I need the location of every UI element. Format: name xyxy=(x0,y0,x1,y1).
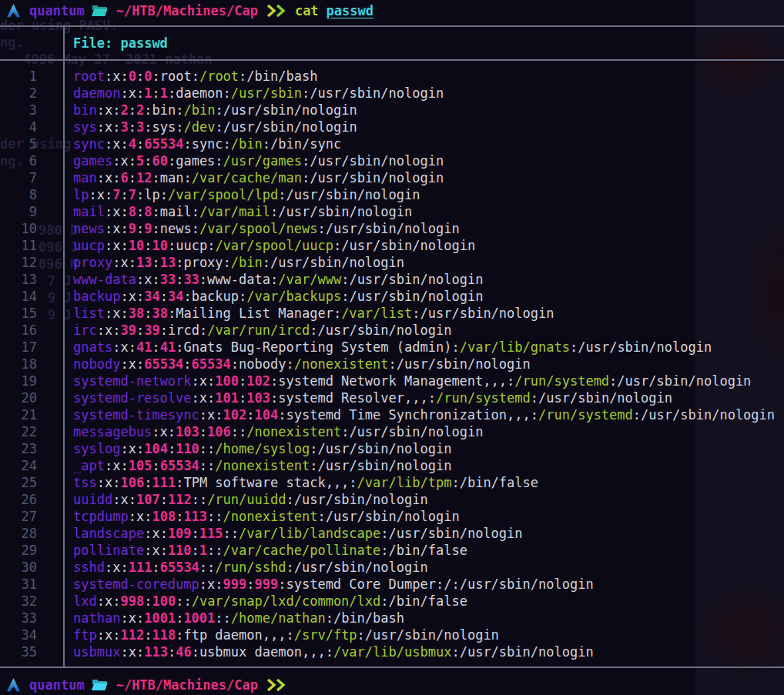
passwd-lines: 1root:x:0:0:root:/root:/bin/bash2daemon:… xyxy=(0,68,775,660)
line-number: 32 xyxy=(0,593,37,610)
passwd-line: 27tcpdump:x:108:113::/nonexistent:/usr/s… xyxy=(0,508,775,525)
passwd-entry: messagebus:x:103:106::/nonexistent:/usr/… xyxy=(73,423,483,440)
command-text: cat xyxy=(295,2,319,19)
line-number: 19 xyxy=(0,373,37,389)
line-number: 28 xyxy=(0,525,37,542)
line-number: 31 xyxy=(0,576,37,593)
passwd-entry: news:x:9:9:news:/var/spool/news:/usr/sbi… xyxy=(73,220,460,237)
passwd-line: 23syslog:x:104:110::/home/syslog:/usr/sb… xyxy=(0,440,775,457)
line-number: 5 xyxy=(0,135,37,152)
passwd-line: 13www-data:x:33:33:www-data:/var/www:/us… xyxy=(0,271,775,288)
line-number: 4 xyxy=(0,119,37,135)
passwd-entry: bin:x:2:2:bin:/bin:/usr/sbin/nologin xyxy=(73,102,357,119)
passwd-line: 2daemon:x:1:1:daemon:/usr/sbin:/usr/sbin… xyxy=(0,85,775,102)
passwd-entry: nobody:x:65534:65534:nobody:/nonexistent… xyxy=(73,356,531,373)
passwd-entry: man:x:6:12:man:/var/cache/man:/usr/sbin/… xyxy=(73,169,444,186)
passwd-entry: backup:x:34:34:backup:/var/backups:/usr/… xyxy=(73,288,483,305)
passwd-entry: sync:x:4:65534:sync:/bin:/bin/sync xyxy=(73,135,341,152)
passwd-entry: irc:x:39:39:ircd:/var/run/ircd:/usr/sbin… xyxy=(73,322,451,339)
passwd-entry: nathan:x:1001:1001::/home/nathan:/bin/ba… xyxy=(73,610,404,627)
passwd-entry: systemd-timesync:x:102:104:systemd Time … xyxy=(73,406,775,423)
passwd-line: 1root:x:0:0:root:/root:/bin/bash xyxy=(0,68,775,85)
bat-header-border xyxy=(0,59,784,61)
passwd-entry: daemon:x:1:1:daemon:/usr/sbin:/usr/sbin/… xyxy=(73,85,444,102)
passwd-entry: gnats:x:41:41:Gnats Bug-Reporting System… xyxy=(73,339,712,356)
line-number: 1 xyxy=(0,68,37,85)
passwd-line: 7man:x:6:12:man:/var/cache/man:/usr/sbin… xyxy=(0,169,775,186)
passwd-line: 6games:x:5:60:games:/usr/games:/usr/sbin… xyxy=(0,152,775,169)
line-number: 13 xyxy=(0,271,37,288)
passwd-entry: lp:x:7:7:lp:/var/spool/lpd:/usr/sbin/nol… xyxy=(73,186,420,203)
line-number: 12 xyxy=(0,254,37,271)
prompt-chevrons-icon xyxy=(266,679,286,691)
passwd-line: 8lp:x:7:7:lp:/var/spool/lpd:/usr/sbin/no… xyxy=(0,186,775,203)
line-number: 6 xyxy=(0,152,37,169)
ghost-text-fragment: ng. xyxy=(0,34,24,51)
line-number: 24 xyxy=(0,457,37,474)
passwd-entry: uucp:x:10:10:uucp:/var/spool/uucp:/usr/s… xyxy=(73,237,475,254)
line-number: 27 xyxy=(0,508,37,525)
prompt-path: ~/HTB/Machines/Cap xyxy=(116,677,258,693)
folder-icon xyxy=(92,5,108,17)
passwd-entry: systemd-network:x:100:102:systemd Networ… xyxy=(73,373,751,389)
passwd-line: 34ftp:x:112:118:ftp daemon,,,:/srv/ftp:/… xyxy=(0,627,775,643)
line-number: 2 xyxy=(0,85,37,102)
passwd-line: 30sshd:x:111:65534::/run/sshd:/usr/sbin/… xyxy=(0,559,775,576)
line-number: 33 xyxy=(0,610,37,627)
passwd-line: 26uuidd:x:107:112::/run/uuidd:/usr/sbin/… xyxy=(0,491,775,508)
folder-icon xyxy=(92,679,108,691)
line-number: 35 xyxy=(0,643,37,660)
passwd-line: 16irc:x:39:39:ircd:/var/run/ircd:/usr/sb… xyxy=(0,322,775,339)
passwd-line: 28landscape:x:109:115::/var/lib/landscap… xyxy=(0,525,775,542)
passwd-line: 19systemd-network:x:100:102:systemd Netw… xyxy=(0,373,775,389)
terminal-window: der using PASV.ng.4096 May 27 2021 natha… xyxy=(0,0,784,695)
passwd-entry: ftp:x:112:118:ftp daemon,,,:/srv/ftp:/us… xyxy=(73,627,499,643)
passwd-line: 12proxy:x:13:13:proxy:/bin:/usr/sbin/nol… xyxy=(0,254,775,271)
line-number: 16 xyxy=(0,322,37,339)
passwd-entry: syslog:x:104:110::/home/syslog:/usr/sbin… xyxy=(73,440,451,457)
prompt-path: ~/HTB/Machines/Cap xyxy=(116,2,258,19)
passwd-line: 29pollinate:x:110:1::/var/cache/pollinat… xyxy=(0,542,775,559)
passwd-entry: proxy:x:13:13:proxy:/bin:/usr/sbin/nolog… xyxy=(73,254,404,271)
line-number: 17 xyxy=(0,339,37,356)
prompt-user: quantum xyxy=(29,2,85,19)
line-number: 14 xyxy=(0,288,37,305)
line-number: 29 xyxy=(0,542,37,559)
line-number: 25 xyxy=(0,474,37,491)
prompt-chevrons-icon xyxy=(266,5,286,17)
passwd-entry: www-data:x:33:33:www-data:/var/www:/usr/… xyxy=(73,271,483,288)
line-number: 34 xyxy=(0,627,37,643)
passwd-line: 18nobody:x:65534:65534:nobody:/nonexiste… xyxy=(0,356,775,373)
passwd-entry: landscape:x:109:115::/var/lib/landscape:… xyxy=(73,525,523,542)
passwd-line: 17gnats:x:41:41:Gnats Bug-Reporting Syst… xyxy=(0,339,775,356)
passwd-line: 25tss:x:106:111:TPM software stack,,,:/v… xyxy=(0,474,775,491)
prompt-line-bottom: quantum ~/HTB/Machines/Cap xyxy=(0,677,286,693)
passwd-line: 22messagebus:x:103:106::/nonexistent:/us… xyxy=(0,423,775,440)
passwd-line: 32lxd:x:998:100::/var/snap/lxd/common/lx… xyxy=(0,593,775,610)
passwd-entry: root:x:0:0:root:/root:/bin/bash xyxy=(73,68,317,85)
bat-file-header: File: passwd xyxy=(73,35,168,52)
arch-logo-icon xyxy=(6,678,21,692)
command-argument: passwd xyxy=(327,2,374,19)
passwd-entry: games:x:5:60:games:/usr/games:/usr/sbin/… xyxy=(73,152,444,169)
prompt-user: quantum xyxy=(29,677,85,693)
line-number: 10 xyxy=(0,220,37,237)
passwd-entry: sys:x:3:3:sys:/dev:/usr/sbin/nologin xyxy=(73,119,357,135)
passwd-entry: list:x:38:38:Mailing List Manager:/var/l… xyxy=(73,305,554,322)
bat-file-label: File: xyxy=(73,35,112,51)
passwd-entry: tcpdump:x:108:113::/nonexistent:/usr/sbi… xyxy=(73,508,460,525)
bat-top-border xyxy=(0,25,784,27)
line-number: 18 xyxy=(0,356,37,373)
arch-logo-icon xyxy=(6,4,21,18)
passwd-line: 20systemd-resolve:x:101:103:systemd Reso… xyxy=(0,389,775,406)
passwd-entry: systemd-coredump:x:999:999:systemd Core … xyxy=(73,576,594,593)
passwd-line: 11uucp:x:10:10:uucp:/var/spool/uucp:/usr… xyxy=(0,237,775,254)
passwd-entry: systemd-resolve:x:101:103:systemd Resolv… xyxy=(73,389,672,406)
passwd-line: 15list:x:38:38:Mailing List Manager:/var… xyxy=(0,305,775,322)
passwd-line: 31systemd-coredump:x:999:999:systemd Cor… xyxy=(0,576,775,593)
passwd-entry: mail:x:8:8:mail:/var/mail:/usr/sbin/nolo… xyxy=(73,203,412,220)
prompt-line-top: quantum ~/HTB/Machines/Cap cat passwd xyxy=(0,2,374,19)
line-number: 23 xyxy=(0,440,37,457)
line-number: 21 xyxy=(0,406,37,423)
line-number: 15 xyxy=(0,305,37,322)
